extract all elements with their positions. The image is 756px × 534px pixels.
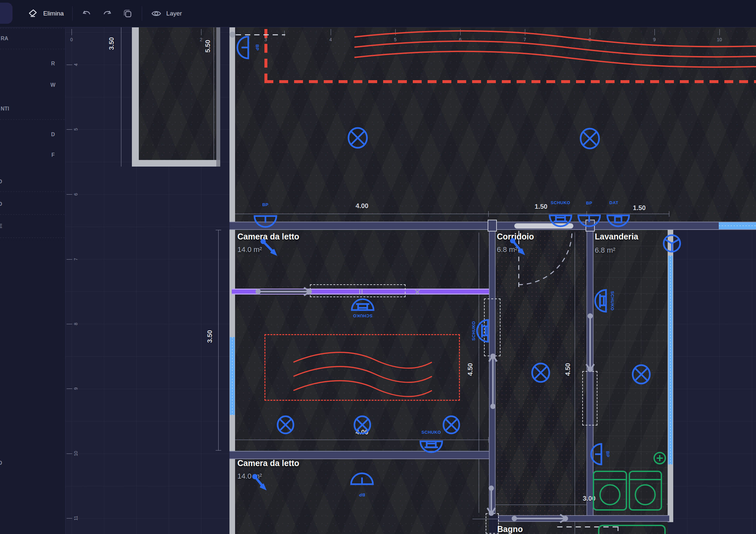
add-symbol[interactable] [652,451,667,465]
schuko-label: SCHUKO [610,291,615,310]
edit-handle-arrow[interactable] [260,238,278,257]
appliance-symbol[interactable] [598,524,666,534]
room-name-label: Camera da letto [237,458,299,468]
schuko-symbol[interactable] [473,316,503,346]
bp-label: BP [262,202,268,207]
schuko-symbol[interactable] [591,286,621,316]
room-name-label: Bagno [497,524,523,534]
door-swing-arc [0,27,756,534]
schuko-label: SCHUKO [353,313,372,318]
dimension-label: 1.50 [633,204,646,212]
dimension-label: 3.50 [206,330,214,343]
sidebar-item-fragment[interactable]: O [0,460,2,466]
fan-symbol[interactable] [662,233,682,254]
ceiling-light-symbol[interactable] [347,127,368,148]
layer-label: Layer [166,10,182,17]
layer-button[interactable]: Layer [151,8,182,19]
eye-icon [151,8,162,19]
left-sidebar: RARWNTIDFOOEO [0,27,66,534]
eraser-icon [28,8,39,19]
sidebar-item-fragment[interactable]: E [0,223,2,229]
erase-label: Elimina [43,10,64,17]
wall-segment-arrow[interactable] [254,287,314,296]
dimension-label: 4.50 [564,363,572,376]
sidebar-divider [0,28,66,28]
sidebar-item-fragment[interactable]: O [0,201,2,207]
sidebar-item-fragment[interactable]: O [0,179,2,185]
ceiling-light-symbol[interactable] [531,363,551,383]
sidebar-divider [0,191,66,192]
undo-icon[interactable] [81,8,92,19]
room-area-label: 6.8 m² [595,246,615,255]
toolbar-divider-2 [142,6,142,21]
bp-label: BP [359,492,365,497]
schuko-label: SCHUKO [551,200,570,205]
app-logo[interactable] [0,3,13,24]
sidebar-divider [0,49,66,49]
sidebar-item-fragment[interactable]: W [50,82,55,88]
room-name-label: Lavanderia [595,232,638,241]
bp-label: BP [605,451,610,457]
schuko-label: SCHUKO [421,430,441,435]
app: 0234567891045678910113.505.504.001.501.5… [0,0,756,534]
ceiling-light-symbol[interactable] [353,416,372,434]
dimension-label: 4.00 [356,202,369,210]
room-area-label: 14.0 m² [237,245,262,254]
sidebar-item-fragment[interactable]: R [51,61,55,67]
top-toolbar: Elimina [0,0,756,27]
redo-icon[interactable] [102,8,113,19]
bp-label: BP [586,201,592,205]
duplicate-icon[interactable] [122,8,133,19]
schuko-symbol[interactable] [348,295,378,325]
wall-segment-arrow[interactable] [487,484,496,518]
wall-segment-arrow[interactable] [488,352,498,411]
wall-segment-arrow[interactable] [586,311,595,374]
edit-handle-arrow[interactable] [509,237,526,256]
schuko-symbol[interactable] [546,201,575,230]
erase-button[interactable]: Elimina [28,8,64,19]
sidebar-item-fragment[interactable]: NTI [1,106,9,112]
floorplan-canvas[interactable]: 0234567891045678910113.505.504.001.501.5… [0,27,756,534]
ceiling-light-symbol[interactable] [579,128,600,149]
dimension-label: 5.50 [204,40,212,53]
bp-label: BP [255,44,260,50]
wall-segment-arrow[interactable] [510,514,570,523]
dat-label: DAT [609,200,618,205]
sidebar-divider [0,214,66,215]
dat-symbol[interactable] [603,201,633,230]
bp-symbol[interactable] [587,440,616,468]
toolbar-divider [72,6,73,21]
sidebar-divider [0,237,66,238]
washing-machine-symbol[interactable] [629,471,662,511]
edit-handle-arrow[interactable] [252,473,267,491]
dimension-label: 4.50 [467,363,474,376]
ceiling-light-symbol[interactable] [631,364,651,384]
ceiling-light-symbol[interactable] [276,416,295,434]
sidebar-divider [0,119,66,120]
washing-machine-symbol[interactable] [593,471,627,511]
schuko-label: SCHUKO [471,321,476,340]
sidebar-item-fragment[interactable]: F [51,152,55,158]
selection-dashed-rect [582,371,597,425]
dimension-label: 3.50 [108,37,115,50]
sidebar-item-fragment[interactable]: D [51,132,55,138]
sidebar-item-fragment[interactable]: RA [1,36,8,42]
